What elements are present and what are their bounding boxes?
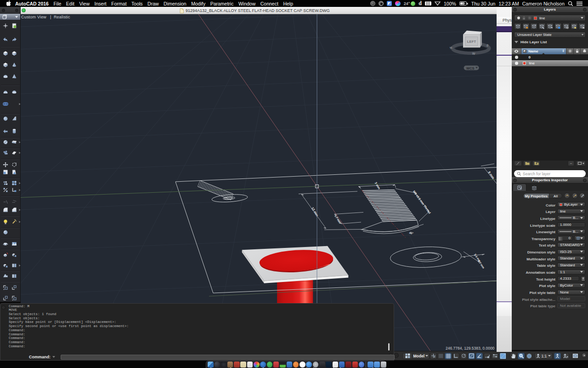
svg-text:LEFT: LEFT (467, 40, 476, 44)
svg-text:8 mm: 8 mm (487, 171, 495, 179)
svg-text:W: W (472, 52, 475, 56)
svg-text:1.7 mm: 1.7 mm (334, 214, 341, 224)
svg-text:WCS: WCS (466, 66, 475, 70)
svg-text:12 mm: 12 mm (311, 207, 319, 217)
svg-text:45°: 45° (409, 231, 414, 235)
